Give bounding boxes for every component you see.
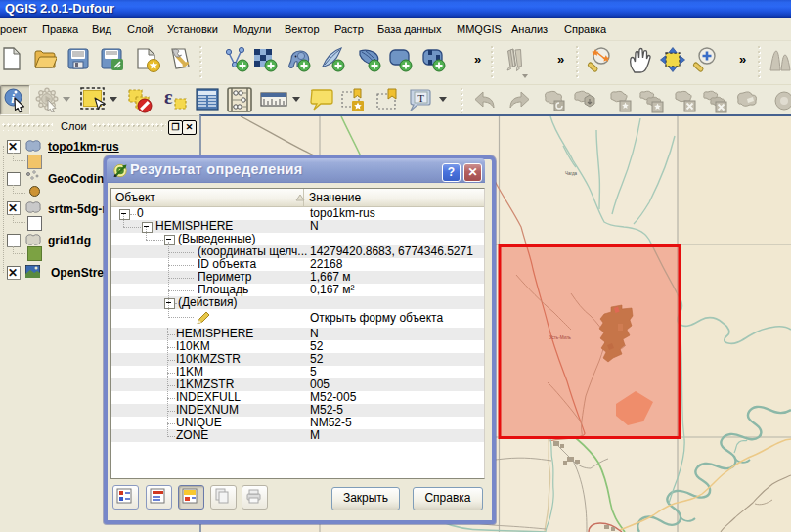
svg-text:Чагда: Чагда [565, 171, 578, 176]
svg-text:ε: ε [164, 87, 173, 108]
svg-text:T: T [417, 92, 424, 104]
